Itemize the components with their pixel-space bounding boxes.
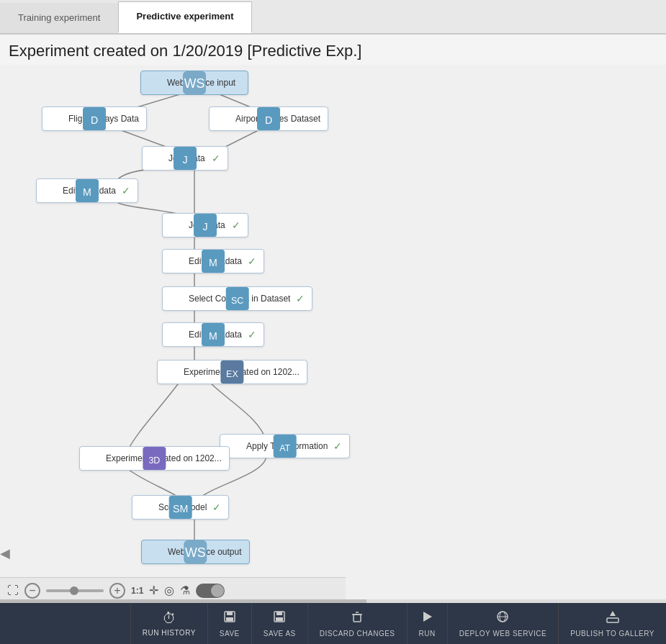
- discard-icon: [350, 609, 364, 627]
- save-as-button[interactable]: SAVE AS: [251, 603, 307, 644]
- node-edit-metadata-2-label: Edit Metadata: [189, 256, 242, 266]
- web-service-output-icon: WS: [149, 545, 163, 559]
- node-airport-codes-dataset[interactable]: D Airport Codes Dataset: [209, 106, 328, 131]
- edit-metadata-1-check: ✓: [116, 185, 130, 196]
- page-title: Experiment created on 1/20/2019 [Predict…: [0, 35, 666, 65]
- score-model-icon: SM: [140, 500, 154, 514]
- join-data-1-icon: J: [150, 151, 164, 165]
- join-data-1-check: ✓: [206, 153, 220, 164]
- zoom-slider[interactable]: [46, 589, 104, 592]
- node-edit-metadata-3[interactable]: M Edit Metadata ✓: [162, 322, 264, 347]
- node-select-columns[interactable]: SC Select Columns in Dataset ✓: [162, 286, 312, 311]
- node-flight-delays-data[interactable]: D Flight Delays Data: [42, 106, 147, 131]
- run-history-icon: ⏱: [162, 610, 177, 627]
- publish-icon: [606, 609, 620, 627]
- bottom-toolbar: ⏱ RUN HISTORY SAVE SAVE AS DISCARD CHANG…: [0, 603, 666, 644]
- node-flight-delays-label: Flight Delays Data: [68, 114, 139, 124]
- target-icon[interactable]: ◎: [164, 584, 174, 597]
- node-edit-metadata-1-label: Edit Metadata: [63, 186, 116, 196]
- node-score-model[interactable]: SM Score Model ✓: [132, 495, 229, 520]
- zoom-reset-button[interactable]: 1:1: [131, 586, 143, 596]
- edit-metadata-1-icon: M: [44, 183, 58, 198]
- svg-rect-52: [226, 617, 233, 621]
- run-history-label: RUN HISTORY: [143, 629, 196, 637]
- save-as-label: SAVE AS: [264, 630, 296, 638]
- experiment-canvas: WS Web service input D Flight Delays Dat…: [0, 65, 666, 568]
- node-edit-metadata-3-label: Edit Metadata: [189, 330, 242, 340]
- score-model-check: ✓: [207, 502, 221, 513]
- edit-metadata-3-check: ✓: [242, 329, 256, 340]
- node-web-service-input[interactable]: WS Web service input: [140, 71, 248, 95]
- expand-icon[interactable]: ⛶: [7, 584, 19, 597]
- node-experiment-created-2-label: Experiment created on 1202...: [106, 453, 222, 463]
- svg-rect-55: [276, 617, 283, 621]
- node-web-service-input-label: Web service input: [167, 78, 235, 88]
- discard-changes-button[interactable]: DISCARD CHANGES: [307, 603, 407, 644]
- svg-rect-51: [227, 612, 233, 615]
- experiment-created-1-icon: EX: [165, 365, 179, 379]
- node-join-data-2-label: Join Data: [189, 220, 225, 230]
- edit-metadata-2-icon: M: [170, 254, 184, 268]
- toggle-switch[interactable]: [196, 584, 225, 598]
- run-label: RUN: [419, 630, 436, 638]
- node-score-model-label: Score Model: [158, 502, 207, 512]
- svg-rect-63: [607, 618, 618, 622]
- node-experiment-created-1-label: Experiment created on 1202...: [184, 367, 300, 377]
- join-data-2-check: ✓: [226, 219, 240, 231]
- flight-delays-icon: D: [50, 112, 64, 126]
- publish-to-gallery-label: PUBLISH TO GALLERY: [570, 630, 654, 638]
- airport-codes-icon: D: [217, 112, 231, 126]
- experiment-created-2-icon: 3D: [87, 451, 102, 466]
- toolbar-right-section: ⏱ RUN HISTORY SAVE SAVE AS DISCARD CHANG…: [130, 603, 666, 644]
- node-airport-codes-label: Airport Codes Dataset: [235, 114, 320, 124]
- save-label: SAVE: [220, 630, 240, 638]
- discard-changes-label: DISCARD CHANGES: [320, 630, 395, 638]
- run-icon: [420, 609, 434, 627]
- edit-metadata-2-check: ✓: [242, 255, 256, 267]
- move-tool-icon[interactable]: ✛: [149, 584, 158, 597]
- node-experiment-created-1[interactable]: EX Experiment created on 1202...: [157, 360, 307, 384]
- node-join-data-1-label: Join Data: [168, 153, 205, 163]
- tab-training-experiment[interactable]: Training experiment: [0, 3, 118, 33]
- run-button[interactable]: RUN: [407, 603, 447, 644]
- flask-icon[interactable]: ⚗: [180, 584, 190, 597]
- apply-transformation-icon: AT: [228, 439, 242, 453]
- node-edit-metadata-2[interactable]: M Edit Metadata ✓: [162, 249, 264, 273]
- publish-to-gallery-button[interactable]: PUBLISH TO GALLERY: [558, 603, 666, 644]
- tab-predictive-experiment[interactable]: Predictive experiment: [118, 1, 251, 33]
- svg-marker-64: [610, 611, 616, 616]
- edit-metadata-3-icon: M: [170, 327, 184, 342]
- node-web-service-output[interactable]: WS Web service output: [141, 540, 250, 564]
- node-apply-transformation[interactable]: AT Apply Transformation ✓: [220, 434, 350, 458]
- deploy-web-service-button[interactable]: DEPLOY WEB SERVICE: [447, 603, 558, 644]
- node-experiment-created-2[interactable]: 3D Experiment created on 1202...: [79, 446, 230, 471]
- node-join-data-1[interactable]: J Join Data ✓: [142, 146, 228, 171]
- join-data-2-icon: J: [170, 218, 184, 232]
- zoom-in-button[interactable]: +: [109, 583, 125, 599]
- node-select-columns-label: Select Columns in Dataset: [189, 294, 290, 304]
- apply-transformation-check: ✓: [328, 440, 342, 452]
- svg-rect-56: [354, 614, 361, 622]
- select-columns-check: ✓: [290, 293, 305, 304]
- web-service-input-icon: WS: [148, 76, 163, 90]
- select-columns-icon: SC: [170, 291, 184, 306]
- node-join-data-2[interactable]: J Join Data ✓: [162, 213, 248, 237]
- tab-bar: Training experiment Predictive experimen…: [0, 0, 666, 35]
- deploy-icon: [495, 609, 510, 627]
- deploy-web-service-label: DEPLOY WEB SERVICE: [459, 630, 546, 638]
- scroll-left-indicator[interactable]: ◀: [0, 545, 10, 561]
- save-as-icon: [272, 609, 287, 627]
- node-edit-metadata-1[interactable]: M Edit Metadata ✓: [36, 178, 138, 203]
- svg-marker-59: [423, 612, 432, 622]
- save-icon: [222, 609, 237, 627]
- connector-lines: [0, 65, 666, 568]
- node-apply-transformation-label: Apply Transformation: [246, 441, 328, 451]
- zoom-out-button[interactable]: −: [24, 583, 40, 599]
- svg-rect-54: [276, 612, 282, 615]
- run-history-button[interactable]: ⏱ RUN HISTORY: [130, 603, 207, 644]
- save-button[interactable]: SAVE: [207, 603, 251, 644]
- node-web-service-output-label: Web service output: [168, 547, 242, 557]
